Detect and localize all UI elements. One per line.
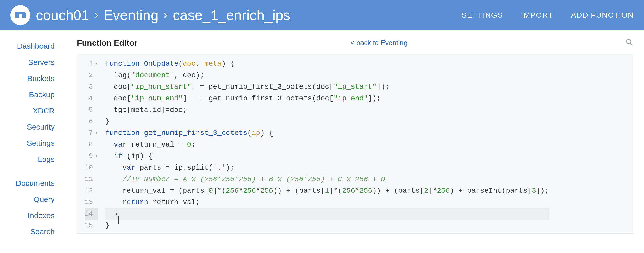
breadcrumb-eventing[interactable]: Eventing [104, 7, 158, 23]
code-line[interactable]: } [105, 208, 549, 220]
code-line[interactable]: var return_val = 0; [105, 139, 549, 150]
settings-button[interactable]: SETTINGS [461, 11, 503, 20]
svg-line-1 [630, 43, 633, 45]
line-number[interactable]: 8 [85, 139, 98, 150]
line-number[interactable]: 5 [85, 104, 98, 116]
sidebar-item-search[interactable]: Search [0, 223, 66, 240]
svg-point-0 [627, 39, 631, 44]
code-editor[interactable]: 1▾234567▾89▾101112131415 function OnUpda… [77, 54, 633, 234]
code-line[interactable]: return_val = (parts[0]*(256*256*256)) + … [105, 185, 549, 197]
couchbase-logo-icon [10, 5, 30, 25]
code-line[interactable]: } [105, 220, 549, 231]
code-line[interactable]: function get_numip_first_3_octets(ip) { [105, 127, 549, 139]
editor-code[interactable]: function OnUpdate(doc, meta) { log('docu… [100, 54, 549, 233]
sidebar-item-backup[interactable]: Backup [0, 86, 66, 103]
code-line[interactable]: tgt[meta.id]=doc; [105, 104, 549, 116]
line-number[interactable]: 12 [85, 185, 98, 197]
line-number[interactable]: 3 [85, 81, 98, 93]
import-button[interactable]: IMPORT [521, 11, 553, 20]
sidebar-item-settings[interactable]: Settings [0, 135, 66, 151]
sidebar-item-documents[interactable]: Documents [0, 175, 66, 191]
code-line[interactable]: function OnUpdate(doc, meta) { [105, 58, 549, 70]
line-number[interactable]: 6 [85, 116, 98, 127]
line-number[interactable]: 14 [85, 208, 98, 220]
main-header: Function Editor < back to Eventing [77, 38, 633, 48]
main-panel: Function Editor < back to Eventing 1▾234… [66, 30, 644, 253]
line-number[interactable]: 11 [85, 173, 98, 185]
code-line[interactable]: doc["ip_num_start"] = get_numip_first_3_… [105, 81, 549, 93]
code-line[interactable]: return return_val; [105, 197, 549, 208]
chevron-right-icon: › [94, 8, 98, 21]
editor-gutter: 1▾234567▾89▾101112131415 [77, 54, 100, 233]
line-number[interactable]: 1▾ [85, 58, 98, 70]
code-line[interactable]: //IP Number = A x (256*256*256) + B x (2… [105, 173, 549, 185]
line-number[interactable]: 4 [85, 93, 98, 104]
sidebar-item-buckets[interactable]: Buckets [0, 70, 66, 86]
page-title: Function Editor [77, 38, 137, 48]
sidebar-item-indexes[interactable]: Indexes [0, 207, 66, 223]
line-number[interactable]: 7▾ [85, 127, 98, 139]
code-line[interactable]: var parts = ip.split('.'); [105, 162, 549, 173]
search-icon[interactable] [626, 38, 633, 48]
line-number[interactable]: 15 [85, 220, 98, 231]
sidebar-item-xdcr[interactable]: XDCR [0, 103, 66, 119]
line-number[interactable]: 13 [85, 197, 98, 208]
sidebar-item-servers[interactable]: Servers [0, 54, 66, 70]
breadcrumb: couch01 › Eventing › case_1_enrich_ips [36, 7, 461, 23]
app-header: couch01 › Eventing › case_1_enrich_ips S… [0, 0, 644, 30]
line-number[interactable]: 9▾ [85, 150, 98, 162]
header-actions: SETTINGS IMPORT ADD FUNCTION [461, 11, 634, 20]
chevron-right-icon: › [164, 8, 168, 21]
breadcrumb-node[interactable]: couch01 [36, 7, 89, 23]
sidebar-item-security[interactable]: Security [0, 119, 66, 135]
code-line[interactable]: if (ip) { [105, 150, 549, 162]
sidebar-item-logs[interactable]: Logs [0, 151, 66, 167]
code-line[interactable]: doc["ip_num_end"] = get_numip_first_3_oc… [105, 93, 549, 104]
sidebar-item-dashboard[interactable]: Dashboard [0, 38, 66, 54]
line-number[interactable]: 10 [85, 162, 98, 173]
breadcrumb-function[interactable]: case_1_enrich_ips [173, 7, 290, 23]
back-to-eventing-link[interactable]: < back to Eventing [350, 39, 408, 47]
code-line[interactable]: log('document', doc); [105, 70, 549, 81]
line-number[interactable]: 2 [85, 70, 98, 81]
sidebar-item-query[interactable]: Query [0, 191, 66, 207]
add-function-button[interactable]: ADD FUNCTION [571, 11, 634, 20]
sidebar-nav: DashboardServersBucketsBackupXDCRSecurit… [0, 30, 66, 253]
code-line[interactable]: } [105, 116, 549, 127]
